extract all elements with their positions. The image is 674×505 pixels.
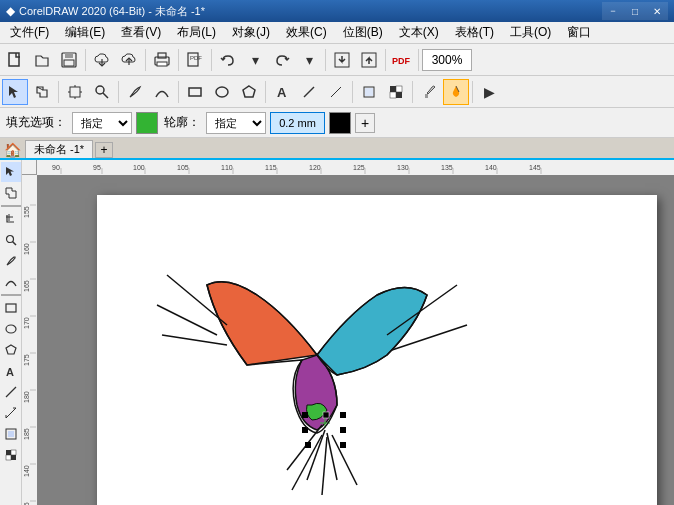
text-tool-button[interactable]: A xyxy=(269,79,295,105)
close-button[interactable]: ✕ xyxy=(646,2,668,20)
svg-rect-108 xyxy=(305,442,311,448)
fill-bucket-button[interactable] xyxy=(443,79,469,105)
lt-ellipse[interactable] xyxy=(1,319,21,339)
lt-zoom[interactable] xyxy=(1,230,21,250)
svg-point-18 xyxy=(216,87,228,97)
menu-item-f[interactable]: 文件(F) xyxy=(2,22,57,43)
menu-item-l[interactable]: 布局(L) xyxy=(169,22,224,43)
svg-rect-23 xyxy=(365,88,373,96)
menu-item-e[interactable]: 编辑(E) xyxy=(57,22,113,43)
lt-polygon[interactable] xyxy=(1,340,21,360)
select-tool-button[interactable] xyxy=(2,79,28,105)
lt-connector[interactable] xyxy=(1,403,21,423)
separator4 xyxy=(211,49,212,71)
svg-text:165: 165 xyxy=(23,280,30,292)
freehand-select-button[interactable] xyxy=(29,79,55,105)
import-cloud-button[interactable] xyxy=(89,47,115,73)
print-publish-button[interactable]: PDF xyxy=(182,47,208,73)
svg-marker-34 xyxy=(6,345,16,354)
lt-pen[interactable] xyxy=(1,251,21,271)
svg-line-99 xyxy=(322,437,327,495)
menu-item-t[interactable]: 表格(T) xyxy=(447,22,502,43)
menu-item-o[interactable]: 工具(O) xyxy=(502,22,559,43)
export-button[interactable] xyxy=(356,47,382,73)
menu-item-x[interactable]: 文本(X) xyxy=(391,22,447,43)
line-tool-button[interactable] xyxy=(296,79,322,105)
lt-crop2[interactable] xyxy=(1,424,21,444)
svg-text:110: 110 xyxy=(221,164,233,171)
outline-color-box[interactable] xyxy=(329,112,351,134)
svg-rect-2 xyxy=(65,53,73,58)
measure-tool-button[interactable] xyxy=(323,79,349,105)
svg-line-37 xyxy=(6,408,16,418)
svg-text:PDF: PDF xyxy=(190,55,202,61)
lt-rect[interactable] xyxy=(1,298,21,318)
outline-width-input[interactable]: 0.2 mm xyxy=(270,112,325,134)
svg-rect-25 xyxy=(396,86,402,92)
document-tab[interactable]: 未命名 -1* xyxy=(25,140,93,158)
export-cloud-button[interactable] xyxy=(116,47,142,73)
right-expand-button[interactable]: ▶ xyxy=(476,79,502,105)
property-add-button[interactable]: + xyxy=(355,113,375,133)
svg-text:A: A xyxy=(277,85,287,99)
svg-text:120: 120 xyxy=(309,164,321,171)
undo-button[interactable] xyxy=(215,47,241,73)
crop-tool-button[interactable] xyxy=(356,79,382,105)
polygon-tool-button[interactable] xyxy=(236,79,262,105)
pdf-button[interactable]: PDF xyxy=(389,47,415,73)
page-canvas xyxy=(97,195,657,505)
import-button[interactable] xyxy=(329,47,355,73)
undo-dropdown[interactable]: ▾ xyxy=(242,47,268,73)
lt-select-tool[interactable] xyxy=(1,162,21,182)
lt-checker[interactable] xyxy=(1,445,21,465)
lt-freehand-select[interactable] xyxy=(1,183,21,203)
svg-rect-26 xyxy=(390,92,396,98)
outline-select[interactable]: 指定 xyxy=(206,112,266,134)
redo-dropdown[interactable]: ▾ xyxy=(296,47,322,73)
svg-rect-103 xyxy=(340,412,346,418)
title-text: CorelDRAW 2020 (64-Bit) - 未命名 -1* xyxy=(19,4,602,19)
svg-text:145: 145 xyxy=(529,164,541,171)
minimize-button[interactable]: － xyxy=(602,2,624,20)
pen-tool-button[interactable] xyxy=(122,79,148,105)
separator2 xyxy=(145,49,146,71)
ellipse-tool-button[interactable] xyxy=(209,79,235,105)
fill-select[interactable]: 指定 xyxy=(72,112,132,134)
menu-item-v[interactable]: 查看(V) xyxy=(113,22,169,43)
lt-text[interactable]: A xyxy=(1,361,21,381)
svg-text:125: 125 xyxy=(353,164,365,171)
home-icon: 🏠 xyxy=(4,142,21,158)
menu-item-[interactable]: 窗口 xyxy=(559,22,599,43)
menu-item-b[interactable]: 位图(B) xyxy=(335,22,391,43)
add-tab-button[interactable]: + xyxy=(95,142,113,158)
lt-crop[interactable] xyxy=(1,209,21,229)
lt-line[interactable] xyxy=(1,382,21,402)
open-button[interactable] xyxy=(29,47,55,73)
redo-button[interactable] xyxy=(269,47,295,73)
svg-text:PDF: PDF xyxy=(392,56,411,66)
zoom-input[interactable]: 300% xyxy=(422,49,472,71)
checker-button[interactable] xyxy=(383,79,409,105)
zoom-tool-button[interactable] xyxy=(89,79,115,105)
transform-button[interactable] xyxy=(62,79,88,105)
save-button[interactable] xyxy=(56,47,82,73)
fill-color-box[interactable] xyxy=(136,112,158,134)
maximize-button[interactable]: □ xyxy=(624,2,646,20)
canvas-content[interactable] xyxy=(37,175,674,505)
rect-tool-button[interactable] xyxy=(182,79,208,105)
toolbar1: PDF ▾ ▾ PDF 300% xyxy=(0,44,674,76)
app-icon: ◆ xyxy=(6,4,15,18)
menu-item-j[interactable]: 对象(J) xyxy=(224,22,278,43)
fill-label: 填充选项： xyxy=(4,114,68,131)
menu-item-c[interactable]: 效果(C) xyxy=(278,22,335,43)
eyedropper-button[interactable] xyxy=(416,79,442,105)
svg-text:135: 135 xyxy=(441,164,453,171)
svg-rect-28 xyxy=(425,94,428,98)
print-button[interactable] xyxy=(149,47,175,73)
separator-t2-3 xyxy=(178,81,179,103)
svg-rect-107 xyxy=(340,427,346,433)
new-button[interactable] xyxy=(2,47,28,73)
lt-bezier[interactable] xyxy=(1,272,21,292)
svg-rect-17 xyxy=(189,88,201,96)
bezier-tool-button[interactable] xyxy=(149,79,175,105)
